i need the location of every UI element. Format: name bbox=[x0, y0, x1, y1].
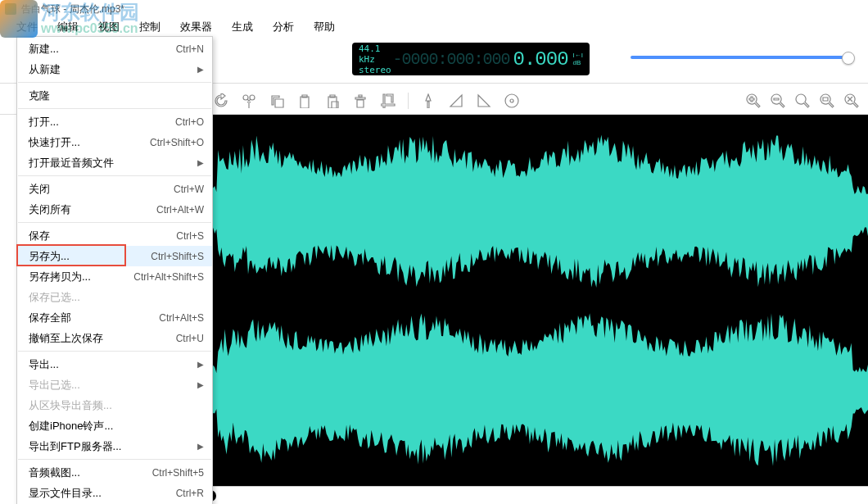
menu-item-shortcut: Ctrl+N bbox=[176, 43, 204, 55]
menu-item-shortcut: Ctrl+Alt+W bbox=[156, 204, 204, 216]
menu-item-shortcut: Ctrl+S bbox=[176, 230, 204, 242]
lcd-side2: dB bbox=[573, 59, 583, 66]
lcd-rate: 44.1 kHz bbox=[359, 43, 393, 65]
file-menu-关闭所有[interactable]: 关闭所有Ctrl+Alt+W bbox=[17, 199, 212, 220]
menu-item-shortcut: Ctrl+O bbox=[175, 116, 204, 128]
file-menu-导出[interactable]: 导出...▶ bbox=[17, 354, 212, 375]
submenu-arrow-icon: ▶ bbox=[197, 158, 204, 167]
file-menu-另存为[interactable]: 另存为...Ctrl+Shift+S bbox=[17, 246, 212, 266]
menu-item-label: 从区块导出音频... bbox=[29, 398, 204, 413]
submenu-arrow-icon: ▶ bbox=[197, 65, 204, 74]
paste-over-icon[interactable] bbox=[324, 93, 341, 109]
menu-item-label: 导出已选... bbox=[29, 378, 194, 393]
menu-item-shortcut: Ctrl+Shift+5 bbox=[152, 467, 204, 479]
menu-item-shortcut: Ctrl+Shift+S bbox=[151, 251, 204, 262]
file-menu-克隆[interactable]: 克隆 bbox=[17, 85, 212, 106]
file-menu-导出已选: 导出已选...▶ bbox=[17, 375, 212, 395]
window-title: 告白气球 - 周杰伦.mp3* bbox=[21, 2, 124, 16]
file-menu-音频截图[interactable]: 音频截图...Ctrl+Shift+5 bbox=[17, 462, 212, 483]
menu-item-shortcut: Ctrl+U bbox=[176, 333, 204, 344]
zoom-fit-icon[interactable] bbox=[794, 93, 811, 109]
lcd-side1: I←I bbox=[573, 52, 583, 59]
file-menu-另存拷贝为[interactable]: 另存拷贝为...Ctrl+Alt+Shift+S bbox=[17, 266, 212, 287]
file-menu-保存全部[interactable]: 保存全部Ctrl+Alt+S bbox=[17, 307, 212, 328]
menu-编辑[interactable]: 编辑 bbox=[47, 18, 88, 36]
marker-icon[interactable] bbox=[420, 93, 436, 109]
menu-item-shortcut: Ctrl+Shift+O bbox=[150, 137, 204, 148]
crop-icon[interactable] bbox=[380, 93, 396, 109]
menu-item-shortcut: Ctrl+W bbox=[174, 184, 204, 195]
submenu-arrow-icon: ▶ bbox=[197, 380, 204, 389]
menu-分析[interactable]: 分析 bbox=[263, 18, 304, 36]
menu-item-label: 导出... bbox=[29, 357, 194, 372]
menu-item-label: 保存 bbox=[29, 229, 176, 243]
menu-item-label: 显示文件目录... bbox=[29, 486, 176, 501]
file-menu-从区块导出音频: 从区块导出音频... bbox=[17, 395, 212, 415]
menu-item-shortcut: Ctrl+Alt+Shift+S bbox=[133, 271, 204, 283]
submenu-arrow-icon: ▶ bbox=[197, 360, 204, 369]
file-menu-保存已选: 保存已选... bbox=[17, 287, 212, 307]
menu-生成[interactable]: 生成 bbox=[222, 18, 263, 36]
menu-效果器[interactable]: 效果器 bbox=[170, 18, 222, 36]
cut-icon[interactable] bbox=[241, 93, 257, 109]
volume-slider[interactable] bbox=[631, 56, 852, 59]
menu-item-label: 保存全部 bbox=[29, 311, 159, 325]
submenu-arrow-icon: ▶ bbox=[197, 442, 204, 451]
menu-item-label: 关闭所有 bbox=[29, 202, 156, 217]
file-menu-打开最近音频文件[interactable]: 打开最近音频文件▶ bbox=[17, 152, 212, 173]
menu-item-label: 快速打开... bbox=[29, 135, 150, 150]
timeline[interactable] bbox=[201, 486, 868, 504]
copy-icon[interactable] bbox=[269, 93, 285, 109]
menu-item-label: 打开... bbox=[29, 115, 175, 129]
menu-item-label: 撤销至上次保存 bbox=[29, 331, 176, 346]
file-menu-关闭[interactable]: 关闭Ctrl+W bbox=[17, 179, 212, 199]
lcd-value: 0.000 bbox=[513, 48, 568, 70]
menu-item-label: 音频截图... bbox=[29, 465, 152, 480]
menu-item-label: 保存已选... bbox=[29, 290, 204, 305]
file-menu-显示文件目录[interactable]: 显示文件目录...Ctrl+R bbox=[17, 483, 212, 503]
menu-视图[interactable]: 视图 bbox=[88, 18, 129, 36]
menu-item-shortcut: Ctrl+R bbox=[176, 488, 204, 499]
waveform-area[interactable] bbox=[201, 115, 868, 486]
delete-icon[interactable] bbox=[352, 93, 368, 109]
menu-控制[interactable]: 控制 bbox=[129, 18, 170, 36]
file-menu-快速打开[interactable]: 快速打开...Ctrl+Shift+O bbox=[17, 132, 212, 152]
menu-帮助[interactable]: 帮助 bbox=[304, 18, 345, 36]
file-menu-导出到FTP服务器[interactable]: 导出到FTP服务器...▶ bbox=[17, 436, 212, 456]
menu-item-label: 另存为... bbox=[29, 249, 151, 264]
paste-icon[interactable] bbox=[296, 93, 313, 109]
lcd-mode: stereo bbox=[359, 65, 393, 75]
menu-item-label: 新建... bbox=[29, 42, 176, 57]
file-menu-撤销至上次保存[interactable]: 撤销至上次保存Ctrl+U bbox=[17, 328, 212, 348]
fade-in-icon[interactable] bbox=[448, 93, 464, 109]
menu-item-label: 关闭 bbox=[29, 182, 174, 197]
menu-item-label: 克隆 bbox=[29, 89, 204, 103]
menu-item-label: 创建iPhone铃声... bbox=[29, 419, 204, 434]
menu-文件[interactable]: 文件 bbox=[16, 18, 47, 36]
app-icon bbox=[5, 3, 16, 15]
menu-item-shortcut: Ctrl+Alt+S bbox=[159, 312, 204, 324]
file-menu-新建[interactable]: 新建...Ctrl+N bbox=[17, 39, 212, 59]
menubar: 文件编辑视图控制效果器生成分析帮助 bbox=[0, 18, 868, 36]
file-menu-从新建[interactable]: 从新建▶ bbox=[17, 59, 212, 79]
zoom-sel-icon[interactable] bbox=[819, 93, 835, 109]
menu-item-label: 另存拷贝为... bbox=[29, 270, 133, 284]
zoom-in-icon[interactable] bbox=[745, 93, 762, 109]
menu-item-label: 从新建 bbox=[29, 62, 194, 77]
fade-out-icon[interactable] bbox=[476, 93, 492, 109]
file-menu-保存[interactable]: 保存Ctrl+S bbox=[17, 225, 212, 246]
menu-item-label: 打开最近音频文件 bbox=[29, 156, 194, 170]
redo-icon[interactable] bbox=[213, 93, 229, 109]
lcd-time: -0000:000:000 bbox=[393, 50, 513, 69]
zoom-x-icon[interactable] bbox=[843, 93, 860, 109]
disc-icon[interactable] bbox=[504, 93, 520, 109]
file-menu-创建iPhone铃声[interactable]: 创建iPhone铃声... bbox=[17, 415, 212, 436]
zoom-out-icon[interactable] bbox=[770, 93, 786, 109]
menu-item-label: 导出到FTP服务器... bbox=[29, 439, 194, 454]
file-menu-dropdown: 新建...Ctrl+N从新建▶克隆打开...Ctrl+O快速打开...Ctrl+… bbox=[16, 36, 213, 504]
lcd-display: 44.1 kHz stereo -0000:000:000 0.000 I←I … bbox=[352, 43, 590, 75]
file-menu-打开[interactable]: 打开...Ctrl+O bbox=[17, 111, 212, 132]
